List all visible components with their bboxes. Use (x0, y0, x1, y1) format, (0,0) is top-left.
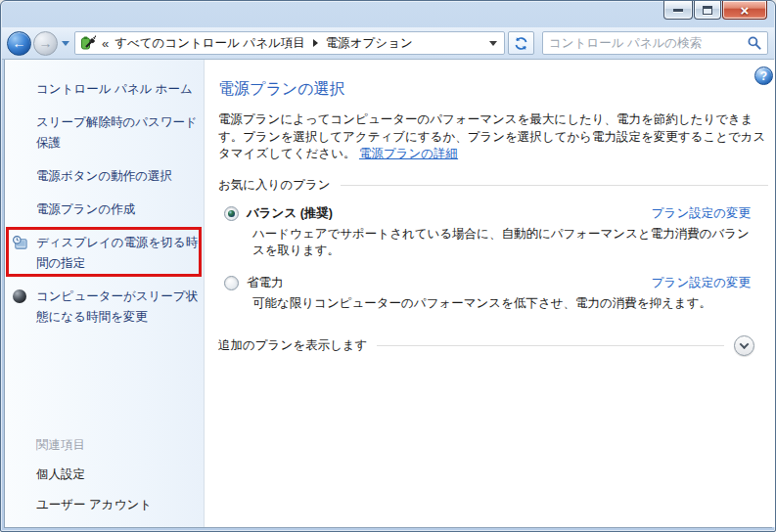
sidebar-item-sleep-time: コンピューターがスリープ状態になる時間を変更 (36, 287, 196, 328)
close-icon: × (741, 3, 750, 18)
power-options-icon (80, 35, 96, 51)
sidebar-item-display-off-time: ディスプレイの電源を切る時間の指定 (36, 233, 196, 274)
back-arrow-icon: ← (13, 36, 26, 50)
sidebar-item-password-protection: スリープ解除時のパスワード保護 (36, 112, 196, 154)
navigation-bar: ← → « すべてのコントロール パネル項目 電源オプション (2, 27, 774, 60)
sidebar-item-user-accounts[interactable]: ユーザー アカウント (36, 497, 152, 513)
sleep-moon-icon (13, 289, 26, 303)
plan-balanced: バランス (推奨) プラン設定の変更 ハードウェアでサポートされている場合に、自… (224, 205, 768, 260)
breadcrumb-power-options[interactable]: 電源オプション (324, 35, 415, 52)
sidebar-item-label[interactable]: 電源ボタンの動作の選択 (36, 166, 201, 187)
restore-button[interactable] (694, 1, 721, 20)
sidebar-item-label[interactable]: ディスプレイの電源を切る時間の指定 (36, 233, 201, 274)
plan-name: バランス (推奨) (247, 205, 333, 222)
intro-paragraph: 電源プランによってコンピューターのパフォーマンスを最大にしたり、電力を節約したり… (218, 111, 768, 163)
plan-header: 省電力 プラン設定の変更 (224, 275, 768, 291)
additional-plans-row: 追加のプランを表示します (218, 335, 768, 356)
change-plan-settings-link-balanced[interactable]: プラン設定の変更 (652, 205, 751, 222)
change-plan-settings-link-power-saver[interactable]: プラン設定の変更 (652, 275, 751, 291)
breadcrumb-arrow-icon (313, 39, 318, 47)
favorites-group-label: お気に入りのプラン (218, 177, 331, 194)
group-rule (341, 185, 768, 186)
breadcrumb-overflow-chevrons[interactable]: « (102, 36, 109, 51)
chevron-down-icon (740, 339, 750, 349)
back-button[interactable]: ← (7, 31, 31, 56)
main-content: ? 電源プランの選択 電源プランによってコンピューターのパフォーマンスを最大にし… (205, 60, 776, 527)
close-button[interactable]: × (722, 1, 767, 20)
task-list: コントロール パネル ホーム スリープ解除時のパスワード保護 電源ボタンの動作の… (5, 60, 204, 328)
sidebar-item-control-panel-home: コントロール パネル ホーム (36, 79, 196, 100)
related-items-section: 関連項目 個人設定 ユーザー アカウント (36, 437, 152, 527)
recent-pages-dropdown-icon[interactable] (62, 41, 69, 46)
intro-text: 電源プランによってコンピューターのパフォーマンスを最大にしたり、電力を節約したり… (218, 112, 765, 160)
sidebar-item-power-buttons: 電源ボタンの動作の選択 (36, 166, 196, 187)
sidebar-item-label[interactable]: コントロール パネル ホーム (36, 79, 201, 100)
plan-name: 省電力 (247, 275, 284, 291)
task-pane: コントロール パネル ホーム スリープ解除時のパスワード保護 電源ボタンの動作の… (5, 60, 205, 527)
power-saver-radio[interactable] (224, 276, 239, 290)
address-dropdown-icon[interactable] (489, 41, 497, 46)
caption-buttons: × (663, 1, 767, 20)
sidebar-item-label[interactable]: スリープ解除時のパスワード保護 (36, 112, 201, 154)
expand-additional-plans-button[interactable] (734, 335, 754, 356)
search-box[interactable] (542, 31, 768, 55)
breadcrumb-all-control-panel-items[interactable]: すべてのコントロール パネル項目 (113, 35, 307, 52)
refresh-button[interactable] (508, 31, 534, 55)
help-icon[interactable]: ? (754, 66, 773, 85)
related-items-header: 関連項目 (36, 437, 152, 454)
plan-description: 可能な限りコンピューターのパフォーマンスを低下させ、電力の消費を抑えます。 (252, 295, 753, 313)
plan-description: ハードウェアでサポートされている場合に、自動的にパフォーマンスと電力消費のバラン… (252, 226, 753, 260)
sidebar-item-label[interactable]: コンピューターがスリープ状態になる時間を変更 (36, 287, 201, 328)
additional-plans-label: 追加のプランを表示します (218, 337, 367, 354)
sidebar-item-label[interactable]: 電源プランの作成 (36, 200, 201, 220)
display-power-clock-icon (13, 236, 27, 250)
search-icon[interactable] (748, 36, 761, 50)
forward-arrow-icon: → (39, 36, 53, 50)
refresh-icon (514, 36, 528, 51)
page-title: 電源プランの選択 (218, 79, 768, 100)
restore-icon (703, 6, 712, 15)
sidebar-item-create-power-plan: 電源プランの作成 (36, 200, 196, 220)
title-bar[interactable]: × (1, 1, 775, 27)
sidebar-item-personalization[interactable]: 個人設定 (36, 466, 152, 483)
minimize-button[interactable] (663, 1, 693, 20)
balanced-radio[interactable] (224, 206, 239, 221)
client-area: コントロール パネル ホーム スリープ解除時のパスワード保護 電源ボタンの動作の… (4, 60, 772, 528)
forward-button[interactable]: → (33, 31, 58, 56)
power-options-window: × ← → « すべてのコントロール パネル項目 電源オプション (0, 0, 776, 532)
address-bar[interactable]: « すべてのコントロール パネル項目 電源オプション (74, 31, 505, 55)
group-rule (377, 345, 724, 346)
plan-header: バランス (推奨) プラン設定の変更 (224, 205, 768, 222)
power-plan-details-link[interactable]: 電源プランの詳細 (359, 147, 458, 160)
plan-power-saver: 省電力 プラン設定の変更 可能な限りコンピューターのパフォーマンスを低下させ、電… (224, 275, 768, 313)
minimize-icon (673, 9, 683, 12)
search-input[interactable] (549, 36, 748, 50)
favorites-group-header: お気に入りのプラン (218, 177, 768, 194)
